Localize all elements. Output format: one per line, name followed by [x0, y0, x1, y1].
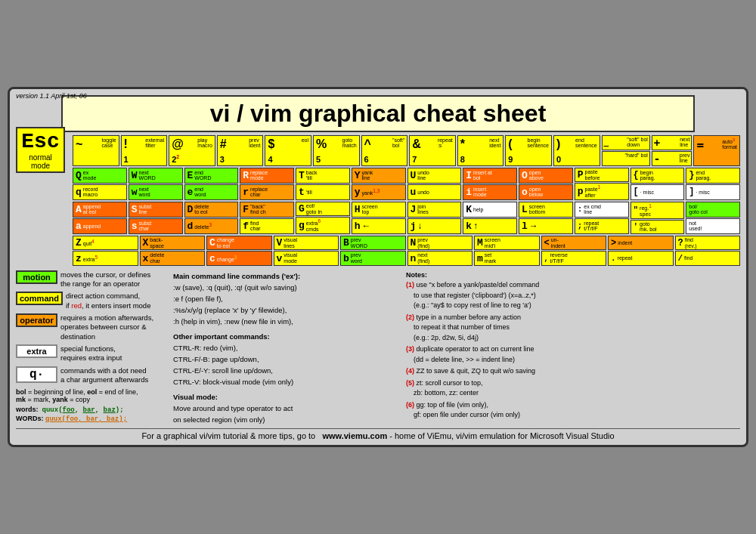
key-rbraces: }endparag. ]· misc: [686, 168, 740, 200]
main-cmd-title: Main command line commands ('ex'):: [173, 270, 400, 282]
key-percent: % gotomatch 5: [313, 135, 360, 166]
legend-extra: extra special functions,requires extra i…: [16, 344, 167, 363]
dot-box: q·: [16, 366, 57, 383]
key-lparen: ( beginsentence 9: [505, 135, 552, 166]
key-g: Geof/goto ln gextra6cmds: [296, 202, 350, 234]
key-dollar: $ eol 4: [265, 135, 311, 166]
esc-key: Esc normalmode: [16, 127, 65, 173]
note-1: (1) use "x before a yank/paste/del comma…: [406, 280, 740, 311]
note-2: (2) type in a number before any action t…: [406, 313, 740, 344]
key-question: ?find(rev.) /find: [675, 236, 741, 266]
key-o: Oopenabove oopenbelow: [519, 168, 573, 200]
key-x: Xback-space xdeletechar: [140, 236, 206, 266]
key-tilde: ~ togglecase: [73, 135, 119, 166]
motion-box: motion: [16, 270, 57, 284]
main-commands-section: Main command line commands ('ex'): :w (s…: [173, 270, 400, 425]
footer-text: For a graphical vi/vim tutorial & more t…: [141, 431, 315, 440]
key-hash: # prevident 3: [217, 135, 264, 166]
bol-line: bol = beginning of line, eol = end of li…: [16, 388, 167, 403]
key-q: Qexmode qrecordmacro: [73, 168, 127, 200]
key-r: Rreplacemode rreplacechar: [240, 168, 294, 200]
key-colon: :ex cmdline ;repeatt/T/f/F: [575, 202, 629, 234]
key-f: F"back"find ch ffindchar: [240, 202, 294, 234]
command-box: command: [16, 292, 63, 305]
key-hardbol: "hard" bol: [602, 151, 650, 166]
zxcv-row: Zquit4 zextra5 Xback-space xdeletechar C…: [73, 236, 740, 266]
key-j: Jjoinlines j↓: [407, 202, 462, 234]
key-at: @ playmacro 22: [169, 135, 215, 166]
other-cmd-lines: CTRL-R: redo (vim), CTRL-F/-B: page up/d…: [173, 342, 400, 388]
legend-section: motion moves the cursor, or definesthe r…: [16, 270, 167, 425]
key-u: Uundoline uundo: [407, 168, 462, 200]
bottom-section: motion moves the cursor, or definesthe r…: [16, 270, 740, 425]
visual-title: Visual mode:: [173, 391, 400, 403]
notes-title: Notes:: [406, 270, 740, 281]
footer: For a graphical vi/vim tutorial & more t…: [16, 428, 740, 440]
key-equals: = auto3format: [693, 135, 740, 166]
operator-box: operator: [16, 313, 57, 327]
key-k: Khelp k↑: [463, 202, 517, 234]
extra-desc: special functions,requires extra input: [60, 344, 122, 363]
main-container: version 1.1 April 1st, 06 vi / vim graph…: [8, 87, 748, 447]
WORDS-line: WORDs: quux(foo, bar, baz);: [16, 415, 167, 423]
main-title: vi / vim graphical cheat sheet: [63, 100, 693, 128]
key-c: Cchangeto eol cchange3: [206, 236, 272, 266]
footer-website: www.viemu.com: [322, 431, 387, 440]
other-cmd-title: Other important commands:: [173, 331, 400, 342]
qwerty-row: Qexmode qrecordmacro WnextWORD wnextword…: [73, 168, 740, 200]
key-s: Ssubstline ssubstchar: [129, 202, 183, 234]
key-n: Nprev(find) nnext(find): [407, 236, 473, 266]
key-t: Tback'till t'till: [296, 168, 350, 200]
key-w: WnextWORD wnextword: [129, 168, 183, 200]
note-5: (5) zt: scroll cursor to top, zb: bottom…: [406, 378, 740, 399]
operator-desc: requires a motion afterwards,operates be…: [60, 313, 153, 341]
key-braces: {beginparag. [· misc: [631, 168, 685, 200]
key-l: Lscreenbottom l→: [519, 202, 573, 234]
key-d: Ddeleteto eol ddelete3: [184, 202, 239, 234]
key-m: Mscreenmid'l msetmark: [474, 236, 540, 266]
legend-motion: motion moves the cursor, or definesthe r…: [16, 270, 167, 289]
words-line: words: quux(foo, bar, baz);: [16, 406, 167, 414]
note-6: (6) gg: top of file (vim only), gf: open…: [406, 400, 740, 421]
footer-suffix: - home of ViEmu, vi/vim emulation for Mi…: [389, 431, 614, 440]
asdf-row: Aappendat eol aappend Ssubstline ssubstc…: [73, 202, 740, 234]
num-row: ~ togglecase ! externalfilter 1 @ playma…: [73, 135, 740, 166]
key-star: * nextident 8: [457, 135, 504, 166]
key-i: Iinsert atbol iinsertmode: [463, 168, 517, 200]
key-y: Yyankline yyank1,3: [352, 168, 406, 200]
key-bolgoto: bol/goto col notused!: [686, 202, 740, 234]
legend-dot: q· commands with a dot needa char argume…: [16, 366, 167, 385]
key-b: BprevWORD bprevword: [340, 236, 406, 266]
key-minus: - prevline: [652, 151, 692, 166]
dot-desc: commands with a dot needa char argument …: [60, 366, 148, 385]
note-3: (3) duplicate operator to act on current…: [406, 344, 740, 365]
key-caret: ^ "soft"bol 6: [361, 135, 408, 166]
key-z: Zquit4 zextra5: [73, 236, 138, 266]
note-4: (4) ZZ to save & quit, ZQ to quit w/o sa…: [406, 366, 740, 377]
notes-section: Notes: (1) use "x before a yank/paste/de…: [406, 270, 740, 425]
title-box: vi / vim graphical cheat sheet: [61, 95, 695, 132]
key-gt: >indent .repeat: [608, 236, 674, 266]
esc-sub: normalmode: [19, 153, 62, 170]
key-amp: & repeat:s 7: [409, 135, 456, 166]
key-rparen: ) endsentence 0: [553, 135, 600, 166]
command-desc: direct action command,if red, it enters …: [66, 292, 150, 310]
key-a: Aappendat eol aappend: [73, 202, 127, 234]
key-quote: "reg.1spec 'gotomk. bol: [631, 202, 685, 234]
motion-desc: moves the cursor, or definesthe range fo…: [60, 270, 150, 289]
key-p: Ppastebefore ppaste1after: [575, 168, 629, 200]
key-exclaim: ! externalfilter 1: [121, 135, 168, 166]
esc-label: Esc: [19, 130, 62, 153]
key-e: EendWORD eendword: [184, 168, 239, 200]
key-h: Hscreentop h←: [352, 202, 406, 234]
key-lt: <un-indent ,reverset/T/f/F: [541, 236, 607, 266]
visual-lines: Move around and type operator to act on …: [173, 403, 400, 425]
extra-box: extra: [16, 344, 57, 358]
version-info: version 1.1 April 1st, 06: [16, 92, 87, 101]
key-plus: + nextline: [652, 135, 692, 150]
main-cmd-lines: :w (save), :q (quit), :q! (quit w/o savi…: [173, 282, 400, 328]
legend-operator: operator requires a motion afterwards,op…: [16, 313, 167, 341]
key-softbol: _ "soft" boldown: [602, 135, 650, 150]
legend-command: command direct action command,if red, it…: [16, 292, 167, 310]
key-v: Vvisuallines vvisualmode: [274, 236, 339, 266]
